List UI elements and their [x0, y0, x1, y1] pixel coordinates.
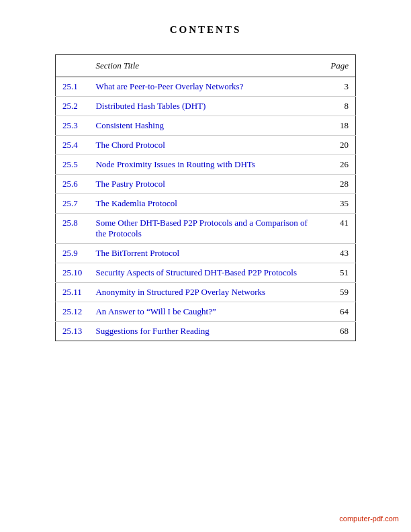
row-title: Security Aspects of Structured DHT-Based… [89, 263, 315, 283]
row-page: 28 [316, 175, 356, 194]
row-page: 35 [316, 194, 356, 214]
row-page: 8 [316, 97, 356, 116]
row-number: 25.13 [56, 322, 89, 341]
row-title: The Kademlia Protocol [89, 194, 315, 214]
row-page: 20 [316, 136, 356, 155]
col-header-page: Page [316, 55, 356, 77]
row-number: 25.6 [56, 175, 89, 194]
table-row: 25.11Anonymity in Structured P2P Overlay… [56, 283, 356, 302]
row-page: 18 [316, 116, 356, 136]
row-title: Node Proximity Issues in Routing with DH… [89, 155, 315, 175]
table-row: 25.4The Chord Protocol20 [56, 136, 356, 155]
row-number: 25.10 [56, 263, 89, 283]
row-title: Some Other DHT-Based P2P Protocols and a… [89, 214, 315, 244]
table-row: 25.1What are Peer-to-Peer Overlay Networ… [56, 77, 356, 97]
table-row: 25.8Some Other DHT-Based P2P Protocols a… [56, 214, 356, 244]
row-number: 25.1 [56, 77, 89, 97]
row-title: The BitTorrent Protocol [89, 244, 315, 263]
table-header-row: Section Title Page [56, 55, 356, 77]
row-page: 68 [316, 322, 356, 341]
table-row: 25.9The BitTorrent Protocol43 [56, 244, 356, 263]
row-title: An Answer to “Will I be Caught?” [89, 302, 315, 322]
row-page: 51 [316, 263, 356, 283]
row-number: 25.3 [56, 116, 89, 136]
row-number: 25.4 [56, 136, 89, 155]
row-page: 64 [316, 302, 356, 322]
row-title: Consistent Hashing [89, 116, 315, 136]
col-header-section: Section Title [89, 55, 315, 77]
footer-link[interactable]: computer-pdf.com [339, 515, 399, 523]
table-row: 25.3Consistent Hashing18 [56, 116, 356, 136]
table-row: 25.12An Answer to “Will I be Caught?”64 [56, 302, 356, 322]
row-number: 25.8 [56, 214, 89, 244]
table-row: 25.13Suggestions for Further Reading68 [56, 322, 356, 341]
page-title: CONTENTS [0, 24, 411, 36]
table-row: 25.7The Kademlia Protocol35 [56, 194, 356, 214]
row-title: Suggestions for Further Reading [89, 322, 315, 341]
row-title: The Pastry Protocol [89, 175, 315, 194]
table-row: 25.2Distributed Hash Tables (DHT)8 [56, 97, 356, 116]
contents-table: Section Title Page 25.1What are Peer-to-… [55, 54, 356, 341]
table-row: 25.6The Pastry Protocol28 [56, 175, 356, 194]
table-row: 25.5Node Proximity Issues in Routing wit… [56, 155, 356, 175]
row-number: 25.7 [56, 194, 89, 214]
row-title: What are Peer-to-Peer Overlay Networks? [89, 77, 315, 97]
row-title: Anonymity in Structured P2P Overlay Netw… [89, 283, 315, 302]
row-number: 25.12 [56, 302, 89, 322]
row-page: 59 [316, 283, 356, 302]
row-page: 41 [316, 214, 356, 244]
row-number: 25.5 [56, 155, 89, 175]
row-title: Distributed Hash Tables (DHT) [89, 97, 315, 116]
row-number: 25.2 [56, 97, 89, 116]
row-number: 25.11 [56, 283, 89, 302]
row-page: 43 [316, 244, 356, 263]
table-row: 25.10Security Aspects of Structured DHT-… [56, 263, 356, 283]
row-page: 3 [316, 77, 356, 97]
row-title: The Chord Protocol [89, 136, 315, 155]
row-number: 25.9 [56, 244, 89, 263]
row-page: 26 [316, 155, 356, 175]
col-header-num [56, 55, 89, 77]
